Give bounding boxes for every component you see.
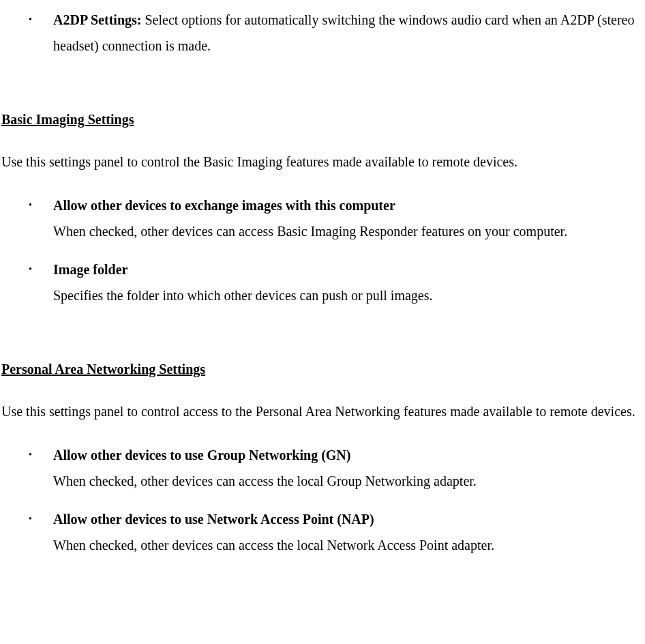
- item-title: A2DP Settings:: [53, 12, 141, 27]
- bullet-icon: •: [0, 7, 53, 59]
- item-description: When checked, other devices can access t…: [53, 468, 642, 494]
- list-item: • Allow other devices to use Network Acc…: [0, 506, 645, 558]
- item-title: Image folder: [53, 257, 642, 282]
- list-item: • Allow other devices to exchange images…: [0, 192, 645, 244]
- item-text: A2DP Settings: Select options for automa…: [53, 7, 645, 59]
- item-text: Allow other devices to use Network Acces…: [53, 506, 645, 558]
- section-intro: Use this settings panel to control acces…: [0, 398, 645, 424]
- bullet-icon: •: [0, 442, 53, 494]
- item-text: Allow other devices to use Group Network…: [53, 442, 645, 494]
- bullet-icon: •: [0, 257, 53, 308]
- item-description: Specifies the folder into which other de…: [53, 282, 642, 308]
- item-description: When checked, other devices can access t…: [53, 532, 642, 558]
- document-content: • A2DP Settings: Select options for auto…: [0, 7, 645, 558]
- section-heading-pan: Personal Area Networking Settings: [0, 356, 645, 382]
- bullet-icon: •: [0, 192, 53, 244]
- item-title: Allow other devices to use Network Acces…: [53, 506, 642, 532]
- item-title: Allow other devices to use Group Network…: [53, 442, 642, 468]
- list-item: • Allow other devices to use Group Netwo…: [0, 442, 645, 494]
- item-description: When checked, other devices can access B…: [53, 218, 642, 244]
- bullet-icon: •: [0, 506, 53, 558]
- section-intro: Use this settings panel to control the B…: [0, 149, 645, 175]
- item-text: Allow other devices to exchange images w…: [53, 192, 645, 244]
- item-text: Image folder Specifies the folder into w…: [53, 257, 645, 308]
- section-heading-basic-imaging: Basic Imaging Settings: [0, 106, 645, 132]
- item-title: Allow other devices to exchange images w…: [53, 192, 642, 218]
- list-item: • A2DP Settings: Select options for auto…: [0, 7, 645, 59]
- list-item: • Image folder Specifies the folder into…: [0, 257, 645, 308]
